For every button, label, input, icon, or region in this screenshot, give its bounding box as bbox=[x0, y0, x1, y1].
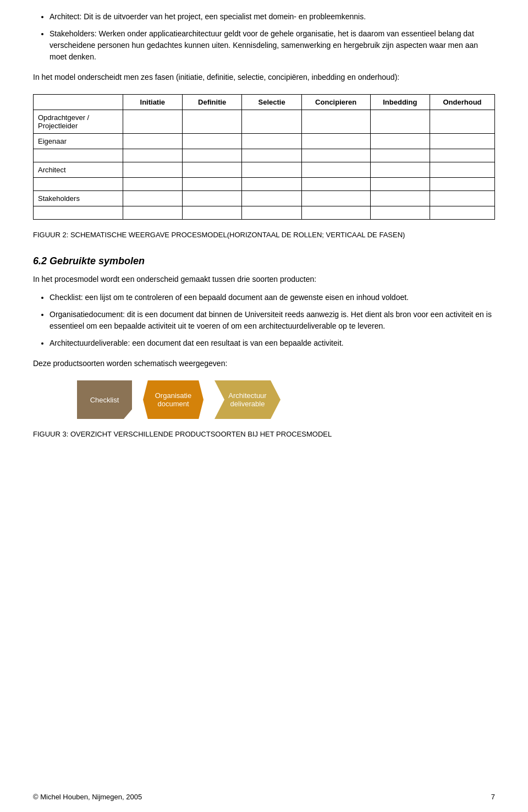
product-types-intro: Deze productsoorten worden schematisch w… bbox=[33, 358, 495, 369]
cell-empty bbox=[123, 134, 182, 149]
cell-empty bbox=[182, 191, 241, 206]
cell-empty bbox=[301, 191, 370, 206]
figure2-caption: FIGUUR 2: SCHEMATISCHE WEERGAVE PROCESMO… bbox=[33, 231, 495, 239]
process-model-table: Initiatie Definitie Selectie Concipieren… bbox=[33, 94, 495, 220]
shape-checklist: Checklist bbox=[77, 380, 132, 419]
cell-empty bbox=[430, 178, 494, 191]
intro-bullet-list: Architect: Dit is de uitvoerder van het … bbox=[33, 11, 495, 63]
row-label-empty3 bbox=[34, 206, 123, 220]
cell-empty bbox=[301, 178, 370, 191]
cell-empty bbox=[242, 162, 301, 178]
bullet-architect: Architect: Dit is de uitvoerder van het … bbox=[50, 11, 495, 23]
shape-organisatie: Organisatie document bbox=[143, 380, 204, 419]
row-label-empty2 bbox=[34, 178, 123, 191]
cell-empty bbox=[301, 206, 370, 220]
row-label-architect: Architect bbox=[34, 162, 123, 178]
bullet-architectuurdeliverable: Architectuurdeliverable: een document da… bbox=[50, 337, 495, 349]
main-content: Architect: Dit is de uitvoerder van het … bbox=[33, 11, 495, 438]
row-label-stakeholders: Stakeholders bbox=[34, 191, 123, 206]
col-header-onderhoud: Onderhoud bbox=[430, 95, 494, 110]
cell-empty bbox=[370, 191, 430, 206]
cell-empty bbox=[430, 162, 494, 178]
figure3-caption: FIGUUR 3: OVERZICHT VERSCHILLENDE PRODUC… bbox=[33, 430, 495, 438]
col-header-concipieren: Concipieren bbox=[301, 95, 370, 110]
cell-empty bbox=[301, 162, 370, 178]
process-model-table-container: Initiatie Definitie Selectie Concipieren… bbox=[33, 94, 495, 220]
shape-architectuur-label: Architectuur deliverable bbox=[228, 391, 266, 408]
table-row bbox=[34, 206, 495, 220]
cell-empty bbox=[370, 149, 430, 162]
cell-empty bbox=[370, 162, 430, 178]
cell-empty bbox=[370, 206, 430, 220]
col-header-definitie: Definitie bbox=[182, 95, 241, 110]
model-intro-text: In het model onderscheidt men zes fasen … bbox=[33, 72, 495, 83]
table-row: Opdrachtgever / Projectleider bbox=[34, 110, 495, 134]
cell-empty bbox=[123, 149, 182, 162]
cell-empty bbox=[242, 110, 301, 134]
col-header-empty bbox=[34, 95, 123, 110]
cell-empty bbox=[123, 110, 182, 134]
shape-checklist-label: Checklist bbox=[90, 396, 119, 404]
cell-empty bbox=[301, 110, 370, 134]
table-header-row: Initiatie Definitie Selectie Concipieren… bbox=[34, 95, 495, 110]
footer-copyright: © Michel Houben, Nijmegen, 2005 bbox=[33, 793, 142, 801]
cell-empty bbox=[370, 110, 430, 134]
bullet-checklist: Checklist: een lijst om te controleren o… bbox=[50, 292, 495, 303]
cell-empty bbox=[242, 206, 301, 220]
cell-empty bbox=[301, 134, 370, 149]
cell-empty bbox=[182, 162, 241, 178]
cell-empty bbox=[242, 149, 301, 162]
table-row: Eigenaar bbox=[34, 134, 495, 149]
shape-architectuur: Architectuur deliverable bbox=[215, 380, 280, 419]
bullet-stakeholders: Stakeholders: Werken onder applicatiearc… bbox=[50, 28, 495, 63]
cell-empty bbox=[430, 191, 494, 206]
cell-empty bbox=[123, 178, 182, 191]
table-row: Stakeholders bbox=[34, 191, 495, 206]
table-row bbox=[34, 149, 495, 162]
cell-empty bbox=[123, 206, 182, 220]
cell-empty bbox=[430, 134, 494, 149]
cell-empty bbox=[430, 149, 494, 162]
cell-empty bbox=[430, 110, 494, 134]
cell-empty bbox=[242, 191, 301, 206]
col-header-inbedding: Inbedding bbox=[370, 95, 430, 110]
table-row: Architect bbox=[34, 162, 495, 178]
cell-empty bbox=[182, 134, 241, 149]
row-label-opdrachtgever: Opdrachtgever / Projectleider bbox=[34, 110, 123, 134]
cell-empty bbox=[182, 178, 241, 191]
row-label-eigenaar: Eigenaar bbox=[34, 134, 123, 149]
col-header-initiatie: Initiatie bbox=[123, 95, 182, 110]
cell-empty bbox=[242, 178, 301, 191]
table-row bbox=[34, 178, 495, 191]
cell-empty bbox=[182, 149, 241, 162]
cell-empty bbox=[182, 206, 241, 220]
product-shapes-container: Checklist Organisatie document Architect… bbox=[77, 380, 495, 419]
section-62-intro: In het procesmodel wordt een onderscheid… bbox=[33, 274, 495, 285]
cell-empty bbox=[123, 162, 182, 178]
shape-organisatie-label: Organisatie document bbox=[155, 391, 191, 408]
cell-empty bbox=[182, 110, 241, 134]
cell-empty bbox=[430, 206, 494, 220]
cell-empty bbox=[301, 149, 370, 162]
row-label-empty1 bbox=[34, 149, 123, 162]
cell-empty bbox=[370, 178, 430, 191]
section-62-heading: 6.2 Gebruikte symbolen bbox=[33, 255, 495, 267]
col-header-selectie: Selectie bbox=[242, 95, 301, 110]
page-footer: © Michel Houben, Nijmegen, 2005 7 bbox=[33, 793, 495, 801]
symbols-bullet-list: Checklist: een lijst om te controleren o… bbox=[33, 292, 495, 349]
cell-empty bbox=[242, 134, 301, 149]
footer-page-number: 7 bbox=[491, 793, 495, 801]
cell-empty bbox=[370, 134, 430, 149]
bullet-organisatiedocument: Organisatiedocument: dit is een document… bbox=[50, 309, 495, 332]
cell-empty bbox=[123, 191, 182, 206]
